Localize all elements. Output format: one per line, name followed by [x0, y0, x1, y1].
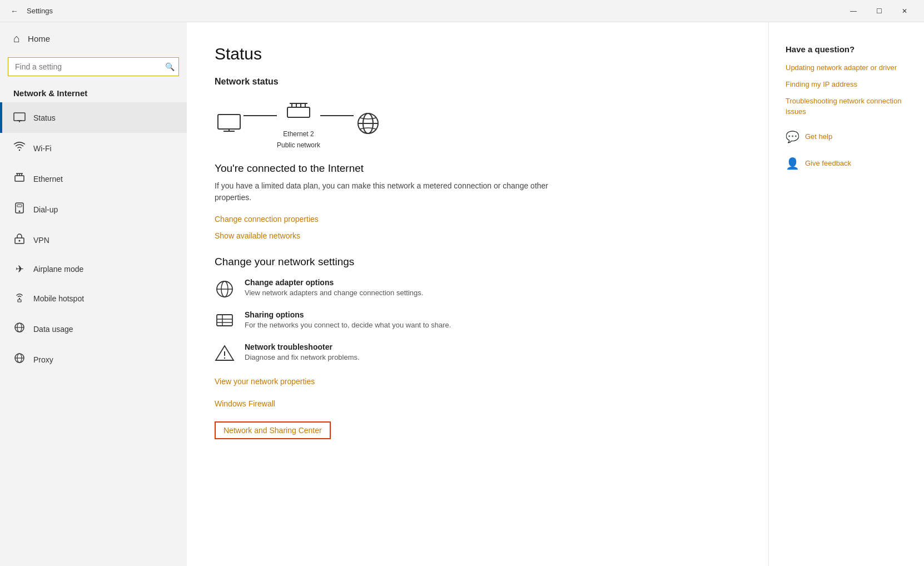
svg-rect-20 [218, 115, 240, 129]
maximize-button[interactable]: ☐ [866, 0, 892, 22]
ethernet-switch-icon [284, 98, 313, 127]
sharing-action-title: Sharing options [245, 310, 451, 319]
search-input[interactable] [8, 57, 179, 76]
troubleshooter-desc: Diagnose and fix network problems. [245, 353, 360, 361]
datausage-icon [13, 321, 26, 336]
sidebar-item-dialup[interactable]: Dial-up [0, 194, 187, 225]
change-adapter-icon [215, 279, 235, 299]
connected-text: You're connected to the Internet [215, 162, 735, 175]
troubleshooter-title: Network troubleshooter [245, 342, 360, 351]
sidebar-item-label-proxy: Proxy [33, 355, 53, 364]
feedback-icon: 👤 [786, 157, 799, 170]
get-help-text: Get help [805, 132, 832, 141]
titlebar-title: Settings [27, 7, 53, 15]
feedback-text: Give feedback [805, 159, 851, 167]
sidebar: ⌂ Home 🔍 Network & Internet Status [0, 22, 187, 566]
troubleshooter-action[interactable]: Network troubleshooter Diagnose and fix … [215, 342, 735, 364]
network-status-title: Network status [215, 77, 735, 87]
globe-icon [354, 109, 382, 138]
window-controls: — ☐ ✕ [841, 0, 917, 22]
get-help-icon: 💬 [786, 130, 799, 143]
adapter-action-title: Change adapter options [245, 278, 423, 287]
net-line-1 [244, 115, 277, 116]
back-button[interactable]: ← [7, 3, 22, 19]
sidebar-item-airplane[interactable]: ✈ Airplane mode [0, 255, 187, 283]
bottom-links: View your network properties Windows Fir… [215, 377, 735, 439]
svg-point-41 [224, 358, 225, 359]
app-body: ⌂ Home 🔍 Network & Internet Status [0, 22, 924, 566]
svg-point-12 [19, 240, 21, 242]
svg-rect-35 [217, 315, 232, 326]
home-label: Home [28, 34, 50, 43]
give-feedback-action[interactable]: 👤 Give feedback [786, 157, 907, 170]
computer-icon [215, 109, 244, 138]
network-name: Ethernet 2 [283, 130, 314, 138]
sidebar-item-label-airplane: Airplane mode [33, 265, 83, 274]
help-title: Have a question? [786, 44, 907, 54]
sharing-action-desc: For the networks you connect to, decide … [245, 321, 451, 329]
sidebar-item-label-ethernet: Ethernet [33, 175, 63, 183]
svg-rect-0 [14, 113, 25, 121]
adapter-action-desc: View network adapters and change connect… [245, 289, 423, 297]
vpn-icon [13, 232, 26, 247]
sidebar-item-proxy[interactable]: Proxy [0, 344, 187, 375]
get-help-action[interactable]: 💬 Get help [786, 130, 907, 143]
sidebar-section-label: Network & Internet [0, 83, 187, 102]
ethernet-icon [13, 171, 26, 186]
help-link-1[interactable]: Updating network adapter or driver [786, 63, 907, 73]
sidebar-home[interactable]: ⌂ Home [0, 22, 187, 55]
change-adapter-action[interactable]: Change adapter options View network adap… [215, 278, 735, 299]
main-content: Status Network status [187, 22, 768, 566]
svg-point-9 [19, 211, 21, 212]
airplane-icon: ✈ [13, 263, 26, 275]
help-link-3[interactable]: Troubleshooting network connection issue… [786, 96, 907, 116]
sidebar-item-label-dialup: Dial-up [33, 205, 58, 214]
sidebar-item-datausage[interactable]: Data usage [0, 314, 187, 344]
home-icon: ⌂ [13, 32, 20, 45]
sidebar-item-label-wifi: Wi-Fi [33, 144, 52, 153]
sidebar-item-wifi[interactable]: Wi-Fi [0, 133, 187, 163]
change-settings-title: Change your network settings [215, 256, 735, 268]
connected-desc: If you have a limited data plan, you can… [215, 180, 559, 203]
sharing-options-action[interactable]: Sharing options For the networks you con… [215, 310, 735, 331]
sidebar-item-label-status: Status [33, 113, 56, 122]
sidebar-item-label-hotspot: Mobile hotspot [33, 294, 84, 303]
close-button[interactable]: ✕ [892, 0, 917, 22]
ethernet-switch-container: Ethernet 2 Public network [277, 98, 320, 149]
minimize-button[interactable]: — [841, 0, 866, 22]
computer-icon-container [215, 109, 244, 138]
view-properties-link[interactable]: View your network properties [215, 377, 735, 386]
proxy-icon [13, 352, 26, 367]
titlebar: ← Settings — ☐ ✕ [0, 0, 924, 22]
sidebar-item-ethernet[interactable]: Ethernet [0, 163, 187, 194]
sidebar-item-vpn[interactable]: VPN [0, 225, 187, 255]
change-connection-link[interactable]: Change connection properties [215, 215, 735, 224]
page-title: Status [215, 44, 735, 63]
network-diagram: Ethernet 2 Public network [215, 98, 735, 149]
globe-icon-container [354, 109, 382, 138]
net-line-2 [320, 115, 354, 116]
search-button[interactable]: 🔍 [165, 62, 175, 71]
search-container: 🔍 [8, 57, 179, 76]
network-sharing-center-btn[interactable]: Network and Sharing Center [215, 421, 331, 439]
sidebar-item-label-datausage: Data usage [33, 325, 73, 334]
network-type: Public network [277, 141, 320, 149]
sidebar-item-hotspot[interactable]: Mobile hotspot [0, 283, 187, 314]
svg-rect-23 [287, 107, 310, 117]
dialup-icon [13, 202, 26, 217]
sharing-options-icon [215, 311, 235, 331]
hotspot-icon [13, 291, 26, 306]
show-networks-link[interactable]: Show available networks [215, 231, 735, 240]
troubleshooter-icon [215, 344, 235, 364]
sidebar-item-status[interactable]: Status [0, 102, 187, 133]
svg-rect-3 [15, 176, 24, 181]
svg-rect-13 [18, 300, 21, 302]
svg-rect-10 [17, 205, 22, 207]
right-panel: Have a question? Updating network adapte… [768, 22, 924, 566]
help-link-2[interactable]: Finding my IP address [786, 80, 907, 90]
sidebar-item-label-vpn: VPN [33, 236, 49, 245]
wifi-icon [13, 141, 26, 156]
status-icon [13, 110, 26, 125]
windows-firewall-link[interactable]: Windows Firewall [215, 399, 735, 408]
